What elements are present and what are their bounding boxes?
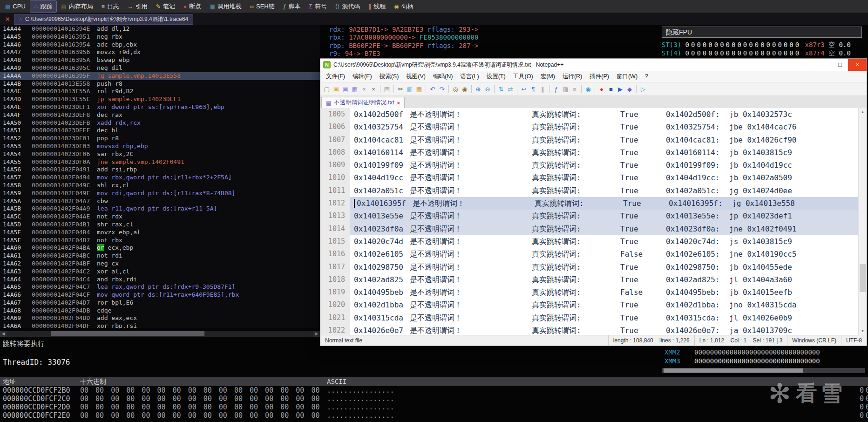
close-button[interactable]: × bbox=[848, 59, 867, 71]
trace-row[interactable]: 14A44000000014016394Eadd dl,12 bbox=[0, 25, 320, 33]
function-list-icon[interactable]: ƒ bbox=[552, 85, 560, 93]
editor-line[interactable]: 10080x140160114是不透明谓词！真实跳转谓词:True0x14016… bbox=[320, 146, 867, 159]
scroll-right-icon[interactable]: ▶ bbox=[313, 331, 320, 337]
zoom-out-icon[interactable]: ⊖ bbox=[483, 85, 492, 93]
paste-icon[interactable]: ▦ bbox=[415, 85, 423, 93]
trace-row[interactable]: 14A53000000014023DF03movsxd rbp,ebp bbox=[0, 143, 320, 150]
editor-line[interactable]: 10170x140298750是不透明谓词！真实跳转谓词:True0x14029… bbox=[320, 261, 867, 273]
minimize-button[interactable]: – bbox=[816, 59, 832, 71]
xmm-register-row[interactable]: XMM300000000000000000000000000000000 bbox=[665, 357, 820, 366]
editor-area[interactable]: 10050x1402d500f是不透明谓词！真实跳转谓词:True0x1402d… bbox=[320, 108, 867, 335]
trace-row[interactable]: 14A55000000014023DF0Ajne sample.vmp.1402… bbox=[0, 158, 320, 166]
find-icon[interactable]: ◎ bbox=[451, 85, 460, 93]
close-all-icon[interactable]: × bbox=[369, 85, 378, 93]
trace-row[interactable]: 14A6400000001402F04C4and rbx,rdi bbox=[0, 276, 320, 284]
toolbar-item-cpu[interactable]: ▦CPU bbox=[1, 1, 30, 12]
toolbar-item-handles[interactable]: ◉句柄 bbox=[390, 1, 417, 12]
toolbar-item-notes[interactable]: ✎笔记 bbox=[152, 1, 179, 12]
redo-icon[interactable]: ↷ bbox=[438, 85, 446, 93]
trace-row[interactable]: 14A5D00000001402F04B1shr rax,cl bbox=[0, 221, 320, 229]
toolbar-item-symbols[interactable]: Σ符号 bbox=[305, 1, 331, 12]
editor-line[interactable]: 10130x14013e55e是不透明谓词！真实跳转谓词:True0x14013… bbox=[320, 210, 867, 222]
trace-row[interactable]: 14A5C00000001402F04AEnot rdx bbox=[0, 213, 320, 221]
editor-line[interactable]: 10180x1402ad825是不透明谓词！真实跳转谓词:True0x1402a… bbox=[320, 273, 867, 286]
trace-row[interactable]: 14A50000000014023DEFBxadd rdx,rcx bbox=[0, 119, 320, 127]
hide-fpu-button[interactable]: 隐藏FPU bbox=[662, 27, 862, 38]
fpu-register-row[interactable]: ST(4) 00000000000000000000 x87r4 空 0.0 bbox=[662, 49, 868, 57]
dump-row[interactable]: 000000CCD0FCF2B000 00 00 00 00 00 00 00 … bbox=[0, 386, 868, 395]
monitoring-icon[interactable]: ◉ bbox=[584, 85, 592, 93]
trace-row[interactable]: 14A450000000140163951neg rbx bbox=[0, 33, 320, 41]
editor-line[interactable]: 10220x14026e0e7是不透明谓词！真实跳转谓词:True0x14026… bbox=[320, 324, 867, 335]
show-all-chars-icon[interactable]: ¶ bbox=[529, 85, 537, 93]
menu-item-run[interactable]: 运行(R) bbox=[559, 73, 586, 81]
zoom-in-icon[interactable]: ⊕ bbox=[474, 85, 482, 93]
register-change-panel[interactable]: rdx: 9A2EB7D1-> 9A2EB7E3 rflags: 293->rb… bbox=[329, 26, 660, 58]
trace-row[interactable]: 14A6900000001402F04DDadd eax,ecx bbox=[0, 314, 320, 322]
toolbar-item-references[interactable]: →引用 bbox=[123, 1, 152, 12]
editor-line[interactable]: 10110x1402a051c是不透明谓词！真实跳转谓词:True0x1402a… bbox=[320, 184, 867, 197]
dump-row[interactable]: 000000CCD0FCF2D000 00 00 00 00 00 00 00 … bbox=[0, 403, 868, 411]
trace-row[interactable]: 14A48000000014016395Abswap ebp bbox=[0, 56, 320, 64]
editor-line[interactable]: 10070x1404cac81是不透明谓词！真实跳转谓词:True0x1404c… bbox=[320, 134, 867, 146]
trace-row[interactable]: 14A5800000001402F049Cshl cx,cl bbox=[0, 182, 320, 190]
trace-row[interactable]: 14A470000000140163956movzx r9d,dx bbox=[0, 48, 320, 56]
trace-row[interactable]: 14A54000000014023DF06sar rbx,2C bbox=[0, 150, 320, 158]
trace-row[interactable]: 14A52000000014023DF01pop r8 bbox=[0, 135, 320, 143]
register-line[interactable]: rdx: 9A2EB7D1-> 9A2EB7E3 rflags: 293-> bbox=[329, 26, 660, 34]
toolbar-item-log[interactable]: ≡日志 bbox=[97, 1, 123, 12]
save-all-icon[interactable]: ▦ bbox=[351, 85, 359, 93]
toolbar-item-call-stack[interactable]: ▥调用堆栈 bbox=[205, 1, 245, 12]
new-file-icon[interactable]: ▢ bbox=[323, 85, 331, 93]
trace-scrollbar-track[interactable] bbox=[7, 331, 313, 337]
trace-file-tab[interactable]: ∴ C:\Users\90965\Desktop\新vmp研究\剥壳\vmp3.… bbox=[14, 14, 193, 25]
notepad-titlebar[interactable]: N C:\Users\90965\Desktop\新vmp研究\剥壳\vmp3.… bbox=[320, 59, 867, 71]
play-macro-icon[interactable]: ▶ bbox=[616, 85, 624, 93]
editor-line[interactable]: 10140x14023df0a是不透明谓词！真实跳转谓词:True0x14023… bbox=[320, 223, 867, 235]
doc-switcher-icon[interactable]: ≡ bbox=[570, 85, 579, 93]
close-trace-tab-icon[interactable]: × bbox=[4, 15, 11, 23]
print-icon[interactable]: ▤ bbox=[383, 85, 391, 93]
trace-row[interactable]: 14A4B000000014013E558push r8 bbox=[0, 80, 320, 88]
toolbar-item-memory-map[interactable]: ▤内存布局 bbox=[57, 1, 97, 12]
stop-macro-icon[interactable]: ■ bbox=[607, 85, 615, 93]
menu-item-settings[interactable]: 设置(T) bbox=[483, 73, 509, 81]
trace-row[interactable]: 14A6500000001402F04C7lea rax,qword ptr d… bbox=[0, 283, 320, 291]
menu-item-search[interactable]: 搜索(S) bbox=[376, 73, 403, 81]
register-line[interactable]: rbp: BB60F2FE-> BB60F2FF rflags: 287-> bbox=[329, 42, 660, 50]
trace-row[interactable]: 14A6800000001402F04DBcdqe bbox=[0, 307, 320, 315]
trace-row[interactable]: 14A5F00000001402F04B7not rbx bbox=[0, 237, 320, 245]
menu-item-encoding[interactable]: 编码(N) bbox=[429, 73, 456, 81]
file-tab[interactable]: ▤ 不透明谓词证明情况.txt × bbox=[321, 97, 405, 108]
trace-row[interactable]: 14A6200000001402F04BFneg cx bbox=[0, 260, 320, 268]
undo-icon[interactable]: ↶ bbox=[428, 85, 437, 93]
word-wrap-icon[interactable]: ↩ bbox=[520, 85, 528, 93]
dump-row[interactable]: 000000CCD0FCF2C000 00 00 00 00 00 00 00 … bbox=[0, 395, 868, 403]
editor-line[interactable]: 10210x140315cda是不透明谓词！真实跳转谓词:True0x14031… bbox=[320, 312, 867, 324]
trace-row[interactable]: 14A5700000001402F0494mov rbx,qword ptr d… bbox=[0, 174, 320, 182]
xmm-registers[interactable]: XMM200000000000000000000000000000000XMM3… bbox=[665, 348, 820, 366]
editor-line[interactable]: 10160x1402e6105是不透明谓词！真实跳转谓词:False0x1402… bbox=[320, 248, 867, 260]
toolbar-item-seh-chain[interactable]: ∞SEH链 bbox=[245, 1, 278, 12]
menu-item-edit[interactable]: 编辑(E) bbox=[349, 73, 376, 81]
menu-item-window[interactable]: 窗口(W) bbox=[613, 73, 641, 81]
menu-item-macro[interactable]: 宏(M) bbox=[537, 73, 559, 81]
trace-row[interactable]: 14A6000000001402F04BAor ecx,ebp bbox=[0, 244, 320, 252]
menu-item-plugins[interactable]: 插件(P) bbox=[586, 73, 613, 81]
trace-row[interactable]: 14A5E00000001402F04B4movzx ebp,al bbox=[0, 229, 320, 237]
toolbar-item-trace[interactable]: ∴跟踪 bbox=[30, 0, 57, 13]
save-icon[interactable]: ▣ bbox=[341, 85, 350, 93]
save-macro-icon[interactable]: ◆ bbox=[625, 85, 634, 93]
toolbar-item-threads[interactable]: ∥线程 bbox=[364, 1, 390, 12]
register-line[interactable]: r9: 94-> B7E3 bbox=[329, 50, 660, 58]
scroll-left-icon[interactable]: ◀ bbox=[0, 331, 7, 337]
trace-row[interactable]: 14A4C000000014013E55Arol r9d,B2 bbox=[0, 88, 320, 95]
run-icon[interactable]: ▷ bbox=[639, 85, 647, 93]
trace-row[interactable]: 14A4A000000014016395Fjg sample.vmp.14013… bbox=[0, 72, 320, 80]
trace-scrollbar-thumb[interactable] bbox=[51, 331, 204, 336]
trace-row[interactable]: 14A4F000000014023DEF8dec rax bbox=[0, 111, 320, 119]
menu-item-language[interactable]: 语言(L) bbox=[456, 73, 482, 81]
xmm-register-row[interactable]: XMM200000000000000000000000000000000 bbox=[665, 348, 820, 357]
close-file-icon[interactable]: × bbox=[360, 85, 368, 93]
trace-row[interactable]: 14A51000000014023DEFFdec bl bbox=[0, 127, 320, 135]
